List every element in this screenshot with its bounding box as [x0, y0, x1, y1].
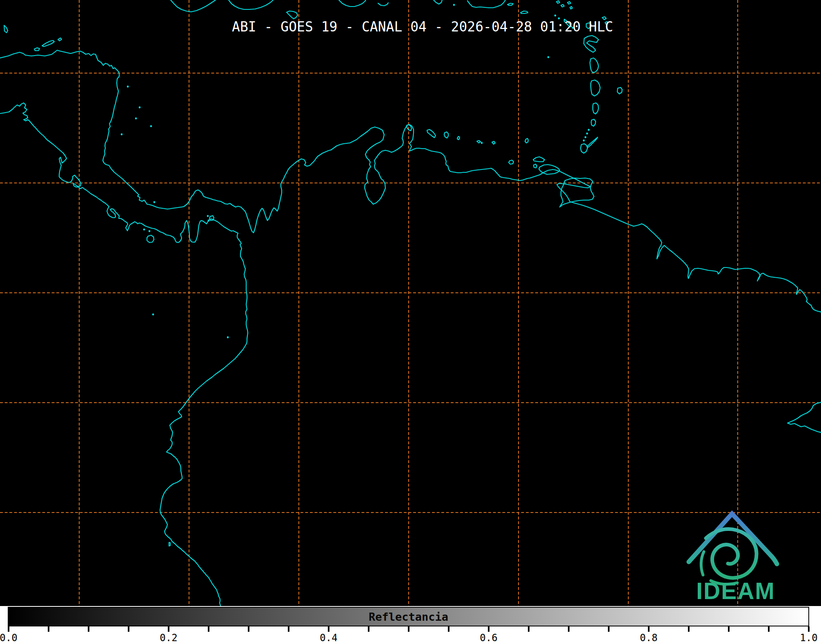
coastline-path — [591, 80, 600, 96]
coastline-path — [584, 36, 599, 52]
coastline-path — [788, 402, 821, 432]
coastline-path — [509, 160, 514, 164]
islet-dot — [149, 230, 151, 232]
islet-dot — [583, 140, 585, 142]
coastline-path — [467, 0, 505, 8]
colorbar-tick — [488, 626, 489, 632]
colorbar-tick — [368, 626, 369, 632]
islet-dot — [152, 314, 154, 316]
colorbar-tick — [448, 626, 449, 632]
coastline-path — [492, 141, 495, 144]
coastline-path — [229, 0, 273, 9]
colorbar-tick — [88, 626, 89, 632]
islet-dot — [121, 134, 123, 136]
ideam-logo: IDEAM — [689, 514, 777, 604]
coastline-path — [339, 0, 366, 7]
colorbar-tick-label: 0.0 — [0, 632, 25, 644]
colorbar-label-text: Reflectancia — [369, 611, 448, 623]
coastline-path — [534, 164, 537, 168]
coastline-path — [169, 542, 170, 546]
islet-dot — [586, 133, 588, 135]
coastline-path — [427, 129, 436, 138]
coastline-path — [209, 216, 214, 221]
colorbar-tick — [648, 626, 650, 632]
coastline-path — [593, 103, 599, 114]
islet-dot — [207, 215, 209, 217]
coastline-path — [617, 87, 622, 94]
coastline-path — [581, 144, 587, 153]
coastline-path — [507, 3, 513, 5]
logo-text: IDEAM — [696, 578, 775, 604]
colorbar-label: Reflectancia — [8, 607, 809, 626]
colorbar-tick-label: 0.6 — [472, 632, 505, 644]
colorbar-tick — [768, 626, 770, 632]
coastline-path — [521, 11, 528, 13]
colorbar-tick — [688, 626, 690, 632]
colorbar-tick — [208, 626, 209, 632]
islet-dot — [139, 107, 141, 109]
colorbar-tick-label: 0.2 — [152, 632, 185, 644]
coastline-path — [570, 7, 572, 9]
coastline-path — [444, 132, 448, 138]
coastline-path — [567, 2, 571, 4]
islet-dot — [154, 201, 156, 203]
coastline-path — [0, 103, 248, 606]
coastline-path — [378, 3, 388, 6]
coastlines — [0, 0, 821, 606]
coastline-path — [477, 140, 481, 143]
coastline-path — [0, 50, 821, 312]
islet-dot — [585, 136, 587, 138]
islet-dot — [481, 142, 483, 144]
goes-satellite-product: { "title": "ABI - GOES 19 - CANAL 04 - 2… — [0, 0, 821, 644]
colorbar-tick — [328, 626, 329, 632]
coastline-path — [587, 137, 598, 147]
colorbar-tick — [408, 626, 409, 632]
coastline-path — [58, 38, 62, 41]
coastline-path — [561, 4, 564, 7]
colorbar-tick — [808, 626, 810, 632]
satellite-map-canvas: IDEAM ABI - GOES 19 - CANAL 04 - 2026-04… — [0, 0, 821, 606]
coastline-path — [591, 119, 596, 126]
product-title: ABI - GOES 19 - CANAL 04 - 2026-04-28 01… — [0, 19, 821, 35]
colorbar-tick — [48, 626, 49, 632]
colorbar-tick — [8, 626, 9, 632]
colorbar-tick-label: 1.0 — [792, 632, 821, 644]
colorbar-tick-label: 0.8 — [632, 632, 665, 644]
colorbar-tick — [288, 626, 289, 632]
coastline-path — [457, 136, 460, 140]
logo-swirl-tail-icon — [701, 552, 704, 575]
colorbar-tick — [568, 626, 570, 632]
coastline-path — [556, 1, 560, 3]
coastline-path — [42, 40, 54, 47]
colorbar-tick — [528, 626, 530, 632]
coastline-path — [434, 0, 442, 4]
coastline-path — [560, 178, 594, 207]
coastline-path — [147, 235, 154, 243]
colorbar-tick — [168, 626, 169, 632]
islet-dot — [135, 118, 137, 120]
colorbar-tick-label: 0.4 — [312, 632, 345, 644]
colorbar-tick — [728, 626, 730, 632]
colorbar-tick — [608, 626, 610, 632]
graticule-grid — [0, 0, 821, 606]
islet-dot — [588, 129, 590, 131]
colorbar-tick — [128, 626, 129, 632]
coastline-path — [525, 138, 528, 143]
islet-dot — [227, 336, 229, 339]
coastline-path — [34, 48, 40, 51]
island-dots — [121, 4, 590, 339]
map-svg: IDEAM — [0, 0, 821, 606]
islet-dot — [143, 229, 145, 231]
islet-dot — [453, 4, 455, 6]
islet-dot — [150, 125, 152, 127]
islet-dot — [554, 15, 556, 17]
colorbar-tick — [248, 626, 249, 632]
islet-dot — [547, 56, 550, 58]
islet-dot — [127, 86, 129, 88]
coastline-path — [533, 157, 545, 162]
islet-dot — [208, 220, 210, 222]
coastline-path — [171, 0, 216, 12]
coastline-path — [287, 11, 298, 19]
coastline-path — [590, 58, 599, 73]
